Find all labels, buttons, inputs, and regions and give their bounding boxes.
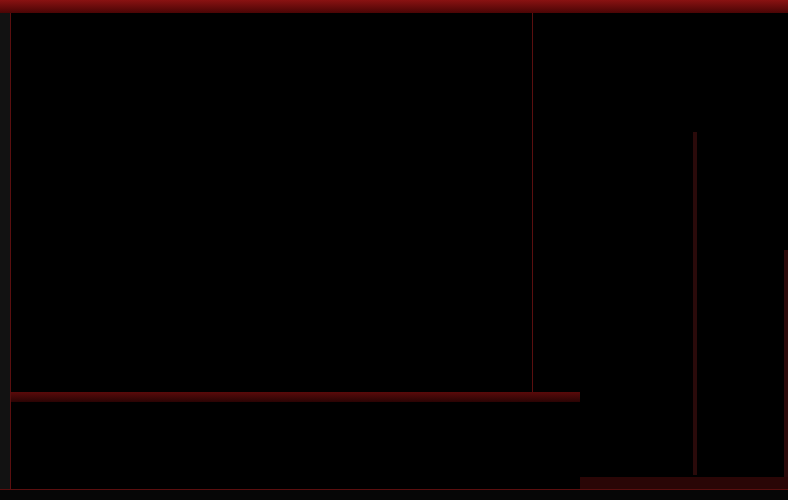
status-bar: [0, 489, 788, 500]
quote-bottom-tabs: [580, 477, 788, 489]
chart-bottom-tabs: [10, 392, 580, 402]
candlestick-chart[interactable]: [10, 24, 532, 380]
tick-list-scrollbar[interactable]: [693, 132, 697, 475]
top-menu-bar: [0, 0, 788, 13]
indicator-header: [10, 13, 532, 24]
left-sidebar: [0, 13, 11, 489]
price-axis: [532, 13, 582, 392]
quote-panel: [580, 13, 788, 477]
trading-terminal: [0, 0, 788, 500]
minute-list-scrollbar[interactable]: [784, 250, 788, 477]
buy-queue-table: [288, 402, 580, 488]
sell-queue-table: [10, 402, 284, 488]
date-axis: [10, 380, 532, 392]
